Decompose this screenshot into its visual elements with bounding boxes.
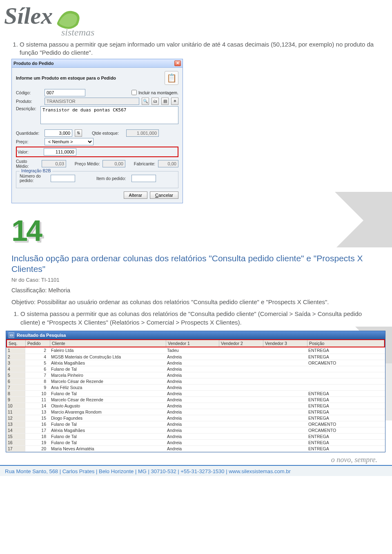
numero-pedido-label: Número do pedido: (20, 174, 48, 183)
preco-select[interactable]: < Nenhum > (45, 138, 94, 145)
preco-medio-label: Preço Médio: (75, 161, 100, 166)
col-seq[interactable]: Seq. (7, 340, 26, 347)
valor-highlight-box: Valor: (16, 147, 178, 157)
fabricante-label: Fabricante: (134, 161, 156, 166)
dialog-instruction: Informe um Produto em estoque para o Ped… (16, 76, 116, 80)
table-row[interactable]: 1518Fulano de TalAndreiaENTREGA (6, 433, 385, 439)
badge-digit: 14 (11, 214, 41, 247)
incluir-montagem-checkbox[interactable]: Incluir na montagem. (131, 90, 178, 95)
result-table: 12Faleiro LtdaTadeuENTREGA24MGSB Materia… (6, 347, 385, 452)
col-vendedor2[interactable]: Vendedor 2 (219, 340, 263, 347)
produto-pedido-dialog: Produto do Pedido ✕ Informe um Produto e… (11, 59, 183, 203)
valor-label: Valor: (18, 149, 42, 154)
barcode-icon[interactable]: ▤ (161, 98, 169, 105)
col-cliente[interactable]: Cliente (50, 340, 166, 347)
dialog-titlebar: Produto do Pedido ✕ (12, 59, 183, 68)
produto-input[interactable] (45, 98, 139, 105)
footer-tagline: o novo, sempre. (0, 456, 392, 464)
quantidade-input[interactable] (45, 129, 72, 137)
valor-input[interactable] (44, 148, 76, 156)
fabricante-input (158, 160, 178, 167)
section-heading: Inclusão opção para ordenar colunas dos … (11, 253, 376, 275)
custo-medio-input (42, 160, 66, 167)
descricao-label: Descrição: (16, 106, 38, 111)
table-row[interactable]: 35Aléxia MagalhãesAndreiaORCAMENTO (6, 360, 385, 366)
col-pedido[interactable]: Pedido (26, 340, 50, 347)
col-posicao[interactable]: Posição (307, 340, 384, 347)
qtde-estoque-label: Qtde estoque: (92, 131, 124, 136)
preco-medio-input (102, 160, 125, 167)
produto-label: Produto: (16, 99, 42, 104)
footer-address: Rua Monte Santo, 568 | Carlos Prates | B… (0, 465, 392, 476)
page-footer: o novo, sempre. Rua Monte Santo, 568 | C… (0, 456, 392, 476)
table-row[interactable]: 1215Diogo FagundesAndreiaENTREGA (6, 415, 385, 421)
table-row[interactable]: 1417Aléxia MagalhãesAndreiaORCAMENTO (6, 427, 385, 433)
table-row[interactable]: 24MGSB Materiais de Construção LtdaAndre… (6, 354, 385, 360)
objective-text: Objetivo: Possibilitar ao usuário ordena… (11, 298, 376, 306)
table-row[interactable]: 1720Maria Neves ArimatéiaAndreiaENTREGA (6, 445, 385, 452)
intro-list-item: O sistema passou a permitir que sejam in… (20, 40, 376, 57)
table-row[interactable]: 46Fulano de TalAndreia (6, 366, 385, 372)
dialog-title: Produto do Pedido (13, 61, 53, 66)
table-row[interactable]: 911Marcelo César de RezendeAndreiaENTREG… (6, 396, 385, 403)
alterar-button[interactable]: Alterar (124, 191, 147, 199)
custo-medio-label: Custo Médio: (16, 159, 39, 169)
codigo-input[interactable] (45, 89, 85, 96)
item-pedido-input[interactable] (131, 175, 156, 182)
classification-value: Melhoria (48, 287, 70, 294)
numero-pedido-input[interactable] (51, 175, 75, 182)
case-value: TI-1101 (41, 277, 60, 283)
table-row[interactable]: 810Fulano de TalAndreiaENTREGA (6, 390, 385, 396)
table-row[interactable]: 68Marcelo César de RezendeAndreia (6, 378, 385, 384)
close-icon[interactable]: ✕ (174, 60, 181, 66)
cancelar-button[interactable]: Cancelar (150, 191, 178, 199)
section-number-badge: 14 (11, 214, 392, 247)
integracao-b2b-fieldset: Integração B2B Número do pedido: Item do… (16, 171, 178, 188)
result-titlebar: ▭ Resultado da Pesquisa (6, 331, 385, 339)
table-row[interactable]: 57Marcela PinheiroAndreia (6, 372, 385, 378)
preco-label: Preço: (16, 139, 42, 144)
logo-text: Sílex (4, 4, 53, 28)
qtde-estoque-input (126, 129, 159, 137)
case-label: Nr do Caso: (11, 277, 40, 283)
item-pedido-label: Item do pedido: (96, 176, 129, 181)
logo-subtext: sistemas (61, 27, 392, 38)
fieldset-legend: Integração B2B (20, 168, 52, 173)
col-vendedor1[interactable]: Vendedor 1 (166, 340, 219, 347)
result-columns-header[interactable]: Seq. Pedido Cliente Vendedor 1 Vendedor … (6, 339, 385, 347)
table-row[interactable]: 1113Marcio Alvarenga RondomAndreiaENTREG… (6, 409, 385, 415)
classification-label: Classificação: (11, 287, 47, 294)
table-row[interactable]: 1316Fulano de TalAndreiaORCAMENTO (6, 421, 385, 427)
quantidade-label: Quantidade: (16, 131, 42, 136)
descricao-textarea[interactable]: Transistor de duas pontas CK567 (40, 106, 178, 124)
window-icon: ▭ (9, 332, 14, 338)
quantidade-stepper-icon[interactable]: ⇅ (75, 129, 82, 137)
table-row[interactable]: 1014Otavio AugustoAndreiaENTREGA (6, 403, 385, 409)
company-logo: Sílex sistemas (0, 0, 392, 38)
col-vendedor3[interactable]: Vendedor 3 (263, 340, 307, 347)
result-title: Resultado da Pesquisa (17, 333, 66, 338)
clipboard-icon: 📋 (165, 71, 178, 85)
resultado-pesquisa-window: ▭ Resultado da Pesquisa Seq. Pedido Clie… (6, 331, 385, 452)
folder-icon[interactable]: 🗂 (151, 98, 159, 105)
table-row[interactable]: 12Faleiro LtdaTadeuENTREGA (6, 347, 385, 354)
section-list-item: O sistema passou a permitir que as colun… (20, 309, 376, 327)
table-row[interactable]: 1619Fulano de TalAndreiaENTREGA (6, 439, 385, 445)
lookup-icon[interactable]: 🔍 (142, 98, 149, 105)
intro-text-block: O sistema passou a permitir que sejam in… (0, 38, 392, 57)
table-row[interactable]: 79Ana Féliz SouzaAndreia (6, 384, 385, 390)
star-icon[interactable]: ☀ (171, 98, 178, 105)
codigo-label: Código: (16, 90, 42, 95)
